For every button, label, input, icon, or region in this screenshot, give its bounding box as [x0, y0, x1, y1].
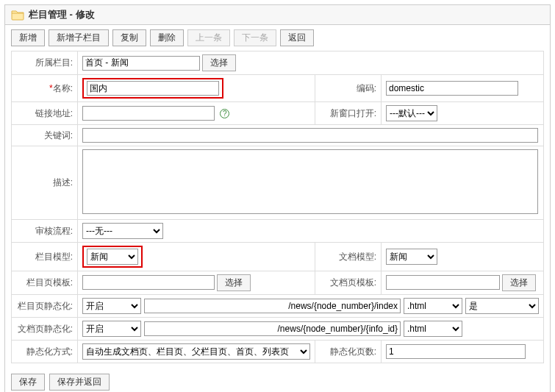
doc-tpl-input[interactable]	[386, 275, 500, 290]
folder-icon	[11, 9, 24, 21]
description-textarea[interactable]	[82, 149, 538, 214]
label-doc-static: 文档页静态化:	[12, 318, 78, 341]
back-button[interactable]: 返回	[280, 29, 314, 46]
col-static-enable-select[interactable]: 开启	[82, 298, 141, 314]
label-newwindow: 新窗口打开:	[315, 102, 382, 125]
label-name-text: 名称:	[53, 83, 73, 93]
new-button[interactable]: 新增	[11, 29, 45, 46]
toolbar: 新增 新增子栏目 复制 删除 上一条 下一条 返回	[5, 25, 550, 51]
new-child-button[interactable]: 新增子栏目	[49, 29, 109, 46]
label-col-tpl: 栏目页模板:	[12, 271, 78, 295]
col-tpl-input[interactable]	[82, 275, 215, 290]
link-input[interactable]	[82, 106, 215, 121]
doc-static-path-input[interactable]	[144, 321, 401, 336]
doc-model-select[interactable]: 新闻	[386, 249, 437, 265]
label-name: *名称:	[12, 75, 78, 102]
col-static-ext-select[interactable]: .html	[404, 298, 462, 314]
prev-button: 上一条	[187, 29, 230, 46]
next-button: 下一条	[234, 29, 276, 46]
code-input[interactable]	[386, 81, 518, 96]
doc-static-enable-select[interactable]: 开启	[82, 321, 141, 337]
label-keywords: 关键词:	[12, 125, 78, 146]
highlight-col-model: 新闻	[82, 246, 143, 268]
label-workflow: 审核流程:	[12, 220, 78, 243]
save-back-button[interactable]: 保存并返回	[49, 374, 110, 391]
highlight-name	[82, 78, 223, 99]
label-col-model: 栏目模型:	[12, 243, 78, 271]
footer: 保存 保存并返回	[5, 369, 550, 392]
static-mode-select[interactable]: 自动生成文档页、栏目页、父栏目页、首页、列表页	[82, 343, 310, 360]
label-code: 编码:	[315, 75, 382, 102]
select-parent-button[interactable]: 选择	[202, 54, 236, 71]
page-title: 栏目管理 - 修改	[29, 8, 95, 21]
col-model-select[interactable]: 新闻	[87, 249, 138, 265]
panel-header: 栏目管理 - 修改	[5, 5, 550, 25]
static-pages-input[interactable]	[386, 344, 526, 359]
panel-column-edit: 栏目管理 - 修改 新增 新增子栏目 复制 删除 上一条 下一条 返回 所属栏目…	[4, 4, 551, 392]
label-doc-model: 文档模型:	[315, 243, 382, 271]
new-window-select[interactable]: ---默认---	[386, 105, 437, 121]
keywords-input[interactable]	[82, 128, 538, 143]
workflow-select[interactable]: ---无---	[82, 223, 163, 239]
help-icon[interactable]: ?	[220, 109, 229, 118]
col-static-path-input[interactable]	[144, 299, 401, 313]
label-link: 链接地址:	[12, 102, 78, 125]
select-doc-tpl-button[interactable]: 选择	[502, 274, 536, 291]
form-table: 所属栏目: 选择 *名称: 编码: 链接地址: ? 新窗口打开:	[11, 51, 544, 363]
label-col-static: 栏目页静态化:	[12, 295, 78, 318]
copy-button[interactable]: 复制	[112, 29, 146, 46]
label-static-pages: 静态化页数:	[315, 341, 382, 363]
select-col-tpl-button[interactable]: 选择	[217, 274, 251, 291]
save-button[interactable]: 保存	[11, 374, 45, 391]
label-doc-tpl: 文档页模板:	[315, 271, 382, 295]
delete-button[interactable]: 删除	[150, 29, 184, 46]
name-input[interactable]	[87, 81, 219, 96]
doc-static-ext-select[interactable]: .html	[404, 321, 462, 337]
label-description: 描述:	[12, 146, 78, 220]
parent-column-input[interactable]	[82, 56, 200, 71]
label-static-mode: 静态化方式:	[12, 341, 78, 363]
label-parent: 所属栏目:	[12, 51, 78, 75]
col-static-yes-select[interactable]: 是	[465, 298, 539, 314]
